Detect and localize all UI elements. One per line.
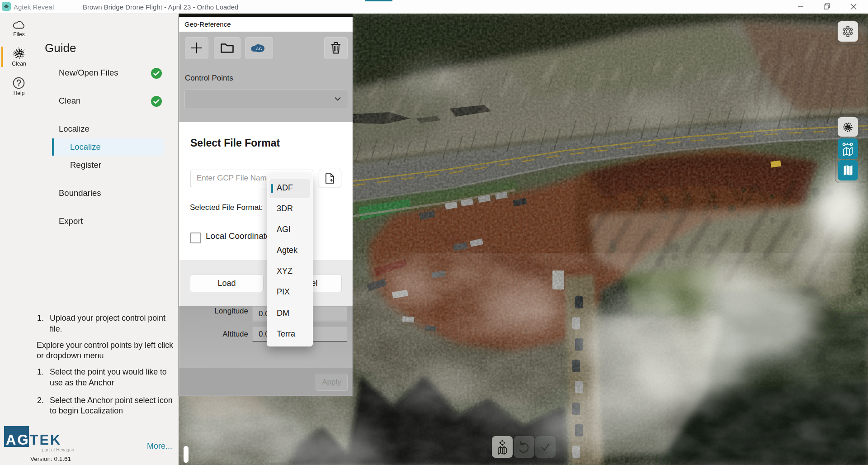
- svg-text:AG: AG: [256, 47, 262, 51]
- svg-text:part of Hexagon: part of Hexagon: [42, 447, 74, 452]
